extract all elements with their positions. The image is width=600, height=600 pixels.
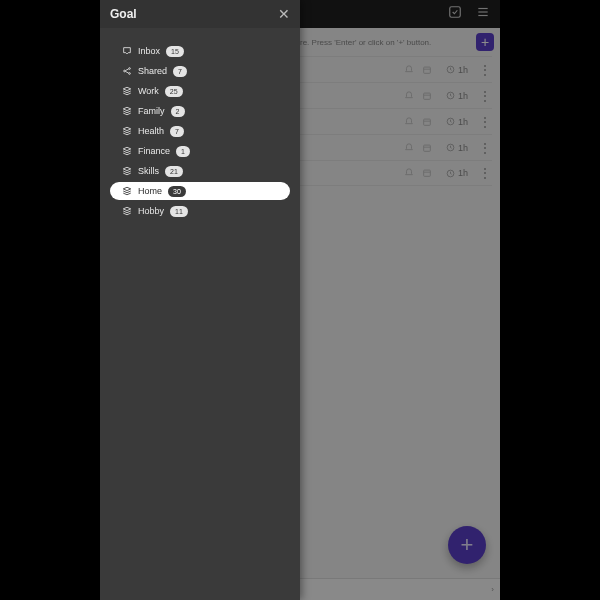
goal-count-badge: 2 — [171, 106, 185, 117]
goal-panel: Goal ✕ Inbox15Shared7Work25Family2Health… — [100, 0, 300, 600]
svg-line-23 — [125, 71, 128, 73]
svg-rect-16 — [424, 170, 431, 176]
svg-rect-0 — [450, 7, 461, 18]
stack-icon — [122, 166, 132, 176]
task-duration: 1h — [436, 168, 478, 178]
panel-title: Goal — [110, 7, 137, 21]
task-duration: 1h — [436, 117, 478, 127]
panel-header: Goal ✕ — [100, 0, 300, 28]
goal-label: Work — [138, 86, 159, 96]
goal-item-health[interactable]: Health7 — [110, 122, 290, 140]
calendar-icon — [418, 168, 436, 178]
stack-icon — [122, 186, 132, 196]
close-icon[interactable]: ✕ — [278, 6, 290, 22]
goal-label: Health — [138, 126, 164, 136]
share-icon — [122, 66, 132, 76]
task-duration: 1h — [436, 65, 478, 75]
fab-add[interactable]: + — [448, 526, 486, 564]
goal-item-hobby[interactable]: Hobby11 — [110, 202, 290, 220]
goal-label: Finance — [138, 146, 170, 156]
svg-rect-10 — [424, 119, 431, 125]
goal-item-family[interactable]: Family2 — [110, 102, 290, 120]
goal-label: Hobby — [138, 206, 164, 216]
goal-count-badge: 25 — [165, 86, 183, 97]
calendar-icon — [418, 143, 436, 153]
add-task-button[interactable]: + — [476, 33, 494, 51]
inbox-icon — [122, 46, 132, 56]
stack-icon — [122, 126, 132, 136]
more-icon[interactable]: ⋮ — [478, 63, 492, 77]
goal-item-skills[interactable]: Skills21 — [110, 162, 290, 180]
goal-count-badge: 7 — [173, 66, 187, 77]
chevron-right-icon[interactable]: › — [491, 585, 494, 594]
svg-line-22 — [125, 69, 128, 71]
bell-icon — [400, 168, 418, 178]
more-icon[interactable]: ⋮ — [478, 166, 492, 180]
bell-icon — [400, 91, 418, 101]
goal-label: Family — [138, 106, 165, 116]
svg-point-19 — [124, 70, 126, 72]
stack-icon — [122, 86, 132, 96]
goal-count-badge: 30 — [168, 186, 186, 197]
check-icon[interactable] — [448, 5, 462, 23]
task-duration: 1h — [436, 143, 478, 153]
goal-item-inbox[interactable]: Inbox15 — [110, 42, 290, 60]
more-icon[interactable]: ⋮ — [478, 89, 492, 103]
calendar-icon — [418, 65, 436, 75]
stack-icon — [122, 146, 132, 156]
bell-icon — [400, 143, 418, 153]
bell-icon — [400, 65, 418, 75]
goal-count-badge: 1 — [176, 146, 190, 157]
menu-icon[interactable] — [476, 5, 490, 23]
calendar-icon — [418, 117, 436, 127]
goal-count-badge: 7 — [170, 126, 184, 137]
svg-point-20 — [129, 68, 131, 70]
stack-icon — [122, 206, 132, 216]
goal-list: Inbox15Shared7Work25Family2Health7Financ… — [100, 28, 300, 234]
stack-icon — [122, 106, 132, 116]
more-icon[interactable]: ⋮ — [478, 115, 492, 129]
goal-label: Inbox — [138, 46, 160, 56]
goal-label: Home — [138, 186, 162, 196]
goal-item-shared[interactable]: Shared7 — [110, 62, 290, 80]
svg-point-21 — [129, 73, 131, 75]
more-icon[interactable]: ⋮ — [478, 141, 492, 155]
svg-rect-7 — [424, 93, 431, 99]
goal-count-badge: 11 — [170, 206, 188, 217]
task-duration: 1h — [436, 91, 478, 101]
goal-item-home[interactable]: Home30 — [110, 182, 290, 200]
svg-rect-4 — [424, 67, 431, 73]
svg-rect-13 — [424, 145, 431, 151]
goal-count-badge: 21 — [165, 166, 183, 177]
calendar-icon — [418, 91, 436, 101]
goal-item-finance[interactable]: Finance1 — [110, 142, 290, 160]
goal-label: Skills — [138, 166, 159, 176]
bell-icon — [400, 117, 418, 127]
goal-count-badge: 15 — [166, 46, 184, 57]
goal-label: Shared — [138, 66, 167, 76]
goal-item-work[interactable]: Work25 — [110, 82, 290, 100]
